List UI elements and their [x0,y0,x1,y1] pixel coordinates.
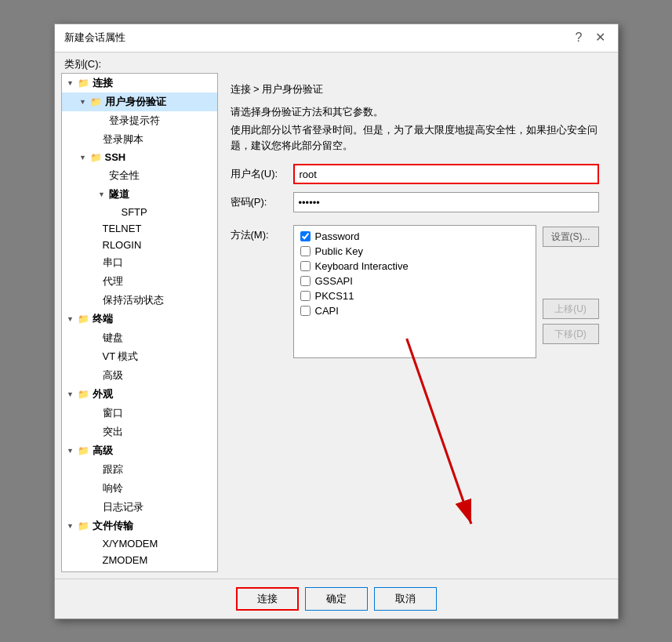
category-label: 类别(C): [55,53,618,73]
side-buttons: 设置(S)... 上移(U) 下移(D) [543,225,599,344]
method-label-keyboard: Keyboard Interactive [315,260,409,272]
sidebar-tree: ▼ 📁 连接 ▼ 📁 用户身份验证 登录提示符 [61,73,218,572]
sidebar-item-advanced[interactable]: ▼ 📁 高级 [62,441,217,460]
method-checkbox-gssapi[interactable] [300,276,311,286]
main-panel: 连接 > 用户身份验证 请选择身份验证方法和其它参数。 使用此部分以节省登录时间… [218,73,612,572]
toggle-icon: ▼ [78,96,89,107]
sidebar-item-trace[interactable]: 跟踪 [62,460,217,479]
sidebar-item-rlogin[interactable]: RLOGIN [62,237,217,253]
sidebar-item-advanced-terminal[interactable]: 高级 [62,366,217,385]
spacer [90,554,101,565]
sidebar-label: 登录脚本 [103,132,143,147]
sidebar-item-appearance[interactable]: ▼ 📁 外观 [62,385,217,404]
spacer [90,408,101,419]
spacer [96,170,107,181]
method-item-password[interactable]: Password [300,230,529,242]
username-input[interactable] [293,164,599,184]
sidebar-label: 高级 [103,368,123,383]
folder-icon: 📁 [78,388,90,401]
sidebar-item-keyboard[interactable]: 键盘 [62,328,217,347]
sidebar-label: 隧道 [109,187,129,201]
sidebar-label: 日志记录 [103,500,143,514]
spacer [109,206,120,217]
svg-line-1 [406,339,470,524]
method-checkbox-password[interactable] [300,231,311,241]
bottom-bar: 连接 确定 取消 [55,579,618,618]
sidebar-label: 高级 [93,444,113,458]
sidebar-item-vt-mode[interactable]: VT 模式 [62,347,217,366]
method-checkbox-publickey[interactable] [300,246,311,256]
password-input[interactable] [293,192,599,212]
method-label: 方法(M): [231,225,293,242]
sidebar-item-bell[interactable]: 响铃 [62,479,217,498]
sidebar-label: 用户身份验证 [105,95,166,109]
sidebar-item-zmodem[interactable]: ZMODEM [62,552,217,568]
sidebar-label: 外观 [93,387,113,401]
sidebar-label: SSH [105,151,126,163]
toggle-icon: ▼ [65,445,76,456]
method-item-gssapi[interactable]: GSSAPI [300,275,529,287]
title-bar: 新建会话属性 ? ✕ [55,24,618,53]
dialog-title: 新建会话属性 [64,31,125,45]
sidebar-label: 终端 [93,312,113,326]
help-button[interactable]: ? [572,31,586,44]
sidebar-item-proxy[interactable]: 代理 [62,272,217,291]
spacer [96,115,107,126]
sidebar-item-login-script[interactable]: 登录脚本 [62,130,217,149]
close-button[interactable]: ✕ [592,31,608,44]
method-item-publickey[interactable]: Public Key [300,245,529,257]
cancel-button[interactable]: 取消 [374,587,437,611]
method-item-keyboard[interactable]: Keyboard Interactive [300,260,529,272]
connect-button[interactable]: 连接 [236,587,299,611]
sidebar-item-login-prompt[interactable]: 登录提示符 [62,111,217,130]
folder-icon: 📁 [78,520,90,532]
sidebar-label: 窗口 [103,406,123,420]
method-item-capi[interactable]: CAPI [300,305,529,317]
sidebar-label: TELNET [103,223,142,234]
settings-button[interactable]: 设置(S)... [543,227,599,247]
sidebar-item-log[interactable]: 日志记录 [62,498,217,517]
sidebar-item-sftp[interactable]: SFTP [62,204,217,220]
ok-button[interactable]: 确定 [305,587,368,611]
method-label-publickey: Public Key [315,245,363,257]
sidebar-item-tunnel[interactable]: ▼ 隧道 [62,185,217,204]
folder-icon: 📁 [90,96,103,108]
sidebar-item-terminal[interactable]: ▼ 📁 终端 [62,310,217,328]
sidebar-label: X/YMODEM [103,538,158,550]
folder-icon: 📁 [78,313,90,325]
method-checkbox-pkcs11[interactable] [300,291,311,301]
sidebar-item-transfer[interactable]: ▼ 📁 文件传输 [62,517,217,535]
method-checkbox-keyboard[interactable] [300,261,311,271]
toggle-icon: ▼ [78,152,89,163]
sidebar-item-keepalive[interactable]: 保持活动状态 [62,291,217,310]
sidebar-item-telnet[interactable]: TELNET [62,220,217,237]
sidebar-label: RLOGIN [103,239,142,251]
sidebar-label: SFTP [122,206,147,218]
spacer [90,332,101,343]
sidebar-item-xymodem[interactable]: X/YMODEM [62,535,217,552]
sidebar-item-window[interactable]: 窗口 [62,404,217,423]
username-label: 用户名(U): [231,167,293,181]
sidebar-item-serial[interactable]: 串口 [62,253,217,272]
sidebar-item-highlight[interactable]: 突出 [62,423,217,441]
method-item-pkcs11[interactable]: PKCS11 [300,290,529,302]
breadcrumb: 连接 > 用户身份验证 [231,82,599,96]
desc-text-2: 使用此部分以节省登录时间。但是，为了最大限度地提高安全性，如果担心安全问题，建议… [231,122,599,153]
spacer [90,276,101,287]
toggle-icon: ▼ [65,520,76,531]
method-label-password: Password [315,230,360,242]
spacer [90,426,101,437]
method-checkbox-capi[interactable] [300,306,311,316]
method-label-pkcs11: PKCS11 [315,290,354,302]
sidebar-item-security[interactable]: 安全性 [62,166,217,185]
sidebar-item-connection[interactable]: ▼ 📁 连接 [62,74,217,92]
spacer [90,295,101,306]
sidebar-item-ssh[interactable]: ▼ 📁 SSH [62,149,217,166]
content-area: ▼ 📁 连接 ▼ 📁 用户身份验证 登录提示符 [55,73,618,579]
sidebar-item-auth[interactable]: ▼ 📁 用户身份验证 [62,92,217,111]
dialog: 新建会话属性 ? ✕ 类别(C): ▼ 📁 连接 ▼ 📁 [54,24,619,619]
folder-icon: 📁 [78,444,90,457]
folder-icon: 📁 [90,151,103,164]
move-up-button[interactable]: 上移(U) [543,299,599,319]
move-down-button[interactable]: 下移(D) [543,324,599,344]
